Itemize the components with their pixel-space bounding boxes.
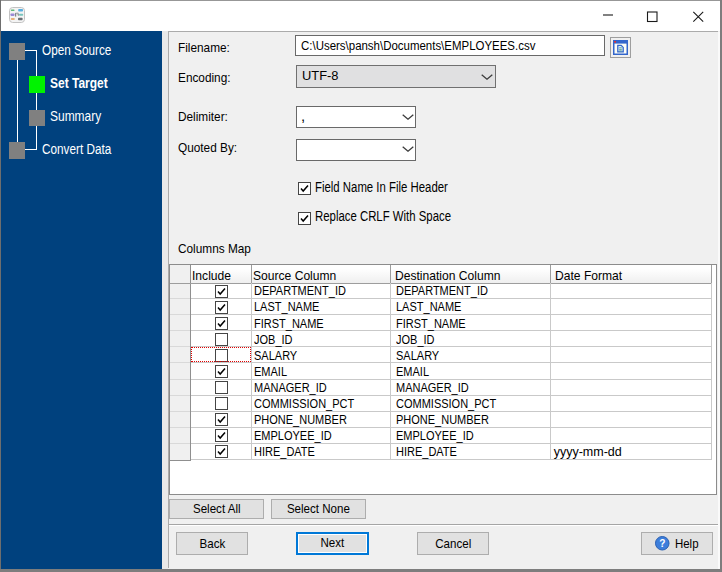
svg-text:?: ?: [659, 538, 665, 549]
